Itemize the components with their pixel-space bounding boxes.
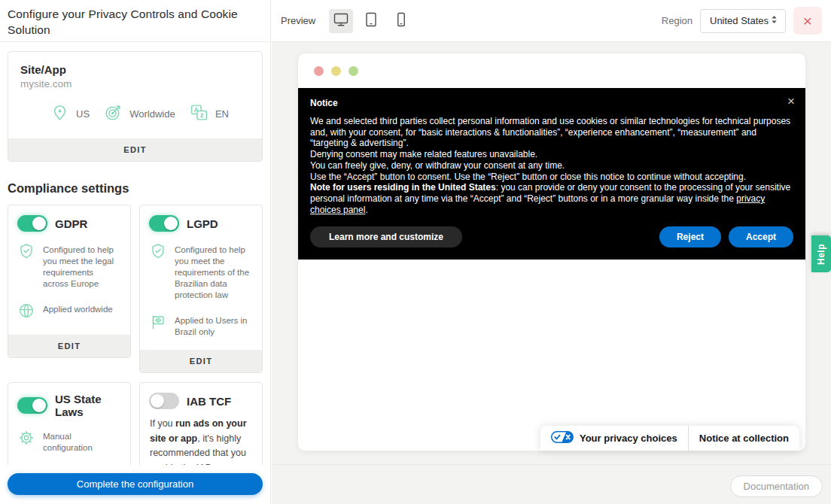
lgpd-toggle-knob: [164, 217, 178, 230]
preview-tablet-button[interactable]: [359, 9, 383, 33]
gear-icon: [17, 429, 35, 454]
us-state-laws-toggle[interactable]: [17, 397, 47, 414]
translate-icon: Az: [190, 103, 209, 125]
page-title: Configure your Privacy Controls and Cook…: [8, 6, 261, 38]
location-pin-icon: [50, 103, 69, 125]
traffic-light-yellow-icon: [331, 66, 341, 76]
gdpr-feature-scope: Applied worldwide: [8, 296, 130, 329]
preview-area: Notice × We and selected third parties c…: [272, 42, 831, 504]
notice-paragraph-4: Use the “Accept” button to consent. Use …: [310, 172, 793, 183]
cookie-notice-banner: Notice × We and selected third parties c…: [298, 88, 805, 260]
documentation-button[interactable]: Documentation: [730, 475, 823, 497]
site-app-title: Site/App: [20, 63, 250, 76]
region-select-value: United States: [710, 15, 769, 26]
reject-button[interactable]: Reject: [659, 226, 721, 247]
accept-button[interactable]: Accept: [729, 226, 793, 247]
privacy-links-bar: Your privacy choices Notice at collectio…: [540, 426, 799, 451]
lgpd-toggle[interactable]: [149, 215, 179, 232]
us-configuration-text: Manual configuration: [43, 429, 121, 454]
lgpd-edit-button[interactable]: EDIT: [140, 350, 262, 372]
your-privacy-choices-label: Your privacy choices: [580, 433, 677, 444]
notice-close-icon[interactable]: ×: [787, 94, 795, 109]
brazil-flag-icon: [149, 313, 167, 338]
sidebar-body: Site/App mysite.com US: [0, 42, 270, 504]
iab-tcf-toggle[interactable]: [149, 393, 179, 409]
iab-tcf-card-header: IAB TCF: [140, 383, 262, 414]
svg-text:z: z: [200, 111, 203, 119]
region-label: Region: [662, 15, 692, 26]
tablet-icon: [362, 11, 380, 31]
privacy-configurator-app: Configure your Privacy Controls and Cook…: [0, 0, 831, 504]
gdpr-edit-button[interactable]: EDIT: [8, 335, 130, 357]
iab-tcf-toggle-knob: [151, 394, 164, 408]
shield-check-icon: [17, 242, 35, 290]
site-domain: mysite.com: [20, 78, 250, 90]
preview-phone-button[interactable]: [389, 9, 413, 33]
gdpr-scope-text: Applied worldwide: [43, 302, 113, 323]
lgpd-feature-scope: Applied to Users in Brazil only: [140, 307, 262, 344]
us-feature-configuration: Manual configuration: [8, 423, 130, 460]
sidebar: Configure your Privacy Controls and Cook…: [0, 0, 271, 504]
your-privacy-choices-link[interactable]: Your privacy choices: [540, 426, 688, 451]
learn-more-button[interactable]: Learn more and customize: [310, 226, 462, 247]
us-state-laws-card-header: US State Laws: [8, 383, 130, 423]
lgpd-feature-configured: Configured to help you meet the requirem…: [140, 236, 262, 307]
notice-paragraph-3: You can freely give, deny, or withdraw y…: [310, 160, 793, 172]
sidebar-footer: Complete the configuration: [0, 465, 270, 504]
gdpr-toggle-knob: [32, 217, 46, 230]
lgpd-card-header: LGPD: [140, 205, 262, 236]
select-arrows-icon: [770, 14, 778, 28]
traffic-light-red-icon: [314, 66, 324, 76]
lgpd-feature-text: Configured to help you meet the requirem…: [175, 242, 253, 301]
region-select[interactable]: United States: [700, 9, 786, 33]
us-state-laws-title: US State Laws: [55, 393, 121, 418]
notice-paragraph-1: We and selected third parties collect pe…: [310, 116, 793, 149]
traffic-light-green-icon: [349, 66, 358, 76]
us-state-laws-toggle-knob: [32, 399, 46, 412]
site-scope-item: Worldwide: [104, 103, 175, 125]
phone-icon: [392, 11, 410, 31]
site-app-card: Site/App mysite.com US: [8, 51, 263, 162]
notice-at-collection-link[interactable]: Notice at collection: [688, 426, 799, 451]
compliance-settings-heading: Compliance settings: [8, 181, 263, 196]
desktop-icon: [332, 11, 350, 31]
preview-label: Preview: [281, 15, 315, 26]
site-region-label: US: [76, 108, 90, 120]
notice-note-bold: Note for users residing in the United St…: [310, 182, 496, 193]
site-region-item: US: [50, 103, 90, 125]
lgpd-title: LGPD: [187, 217, 218, 230]
notice-paragraph-2: Denying consent may make related feature…: [310, 149, 793, 160]
notice-title: Notice: [310, 98, 793, 108]
shield-check-icon: [149, 242, 167, 301]
notice-paragraph-note: Note for users residing in the United St…: [310, 182, 793, 215]
compliance-cards-grid: GDPR Configured to help you meet the leg…: [8, 205, 263, 504]
site-scope-label: Worldwide: [129, 108, 175, 120]
browser-chrome: [298, 53, 805, 88]
topbar: Preview Region United States ×: [272, 0, 831, 42]
gdpr-card: GDPR Configured to help you meet the leg…: [8, 205, 131, 358]
site-edit-button[interactable]: EDIT: [8, 138, 262, 161]
gdpr-title: GDPR: [55, 217, 87, 230]
iab-tcf-title: IAB TCF: [187, 395, 231, 408]
gdpr-card-header: GDPR: [8, 205, 130, 236]
main-footer: Documentation: [272, 464, 831, 504]
gdpr-toggle[interactable]: [17, 215, 47, 232]
notice-at-collection-label: Notice at collection: [699, 433, 789, 444]
close-configurator-button[interactable]: ×: [793, 7, 822, 35]
site-app-card-inner: Site/App mysite.com US: [8, 52, 262, 138]
gdpr-feature-configured: Configured to help you meet the legal re…: [8, 236, 130, 296]
gdpr-feature-text: Configured to help you meet the legal re…: [43, 242, 121, 290]
sidebar-header: Configure your Privacy Controls and Cook…: [0, 0, 270, 42]
lgpd-card: LGPD Configured to help you meet the req…: [139, 205, 263, 373]
site-attributes-row: US Worldwide Az EN: [20, 90, 250, 138]
help-tab[interactable]: Help: [811, 235, 831, 272]
preview-desktop-button[interactable]: [329, 9, 353, 33]
site-language-item: Az EN: [190, 103, 229, 125]
notice-body: We and selected third parties collect pe…: [310, 116, 793, 215]
gdpr-card-body: Configured to help you meet the legal re…: [8, 236, 130, 335]
lgpd-scope-text: Applied to Users in Brazil only: [175, 313, 253, 338]
lgpd-card-body: Configured to help you meet the requirem…: [140, 236, 262, 350]
globe-icon: [17, 302, 35, 323]
site-language-label: EN: [215, 108, 229, 120]
complete-configuration-button[interactable]: Complete the configuration: [8, 473, 263, 495]
